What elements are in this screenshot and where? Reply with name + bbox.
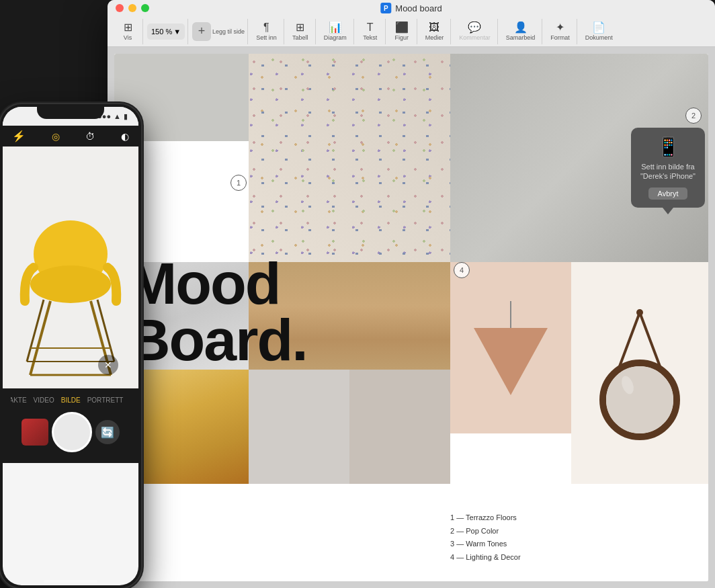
list-item-2-text: 2 — Pop Color <box>450 525 499 538</box>
toolbar-group-sett-inn: ¶ Sett inn <box>249 19 284 44</box>
circle-num-2: 2 <box>685 108 702 124</box>
camera-controls-top: ⚡ ◎ ⏱ ◐ <box>3 126 138 146</box>
page-canvas: Mood Board. <box>114 54 708 581</box>
flip-camera-button[interactable]: 🔄 <box>95 420 120 444</box>
camera-bottom: P SAKTE VIDEO BILDE PORTRETT KVAD 🔄 <box>3 388 138 463</box>
canvas-area: Mood Board. <box>108 47 715 588</box>
insert-iphone-popover: 📱 Sett inn bilde fra"Derek's iPhone" Avb… <box>631 128 705 208</box>
mode-sakte: SAKTE <box>11 396 27 404</box>
flash-icon[interactable]: ⚡ <box>12 130 26 142</box>
toolbar-group-zoom: 150 % ▼ <box>144 19 188 44</box>
window-title-text: Mood board <box>395 3 441 13</box>
kommentar-icon: 💬 <box>468 22 481 33</box>
diagram-label: Diagram <box>324 34 347 41</box>
samarbeid-button[interactable]: 👤 Samarbeid <box>502 19 540 44</box>
svg-point-4 <box>606 366 673 433</box>
samarbeid-label: Samarbeid <box>506 34 536 41</box>
samarbeid-icon: 👤 <box>514 22 528 33</box>
zoom-value: 150 % <box>151 28 172 36</box>
vis-button[interactable]: ⊞ Vis <box>116 19 140 44</box>
figur-button[interactable]: ⬛ Figur <box>390 19 414 44</box>
popover-cancel-button[interactable]: Avbryt <box>648 187 688 200</box>
live-photo-icon[interactable]: ◎ <box>52 131 60 142</box>
list-item-4-text: 4 — Lighting & Decor <box>450 551 521 564</box>
mood-list: 1 — Terrazzo Floors 2 — Pop Color 3 — Wa… <box>450 511 568 564</box>
popover-text: Sett inn bilde fra"Derek's iPhone" <box>638 162 698 181</box>
svg-point-2 <box>636 309 643 316</box>
camera-shutter-row: 🔄 <box>11 407 130 458</box>
svg-point-7 <box>30 265 111 303</box>
title-bar-top: P Mood board <box>108 0 715 17</box>
flip-camera-icon: 🔄 <box>101 426 114 439</box>
toolbar-group-figur: ⬛ Figur <box>387 19 417 44</box>
image-terrazzo <box>249 54 450 262</box>
image-fur2 <box>349 370 450 484</box>
image-lamp <box>450 262 571 433</box>
close-button[interactable] <box>116 4 124 12</box>
vis-label: Vis <box>124 34 132 41</box>
kommentar-label: Kommentar <box>459 34 491 41</box>
dokument-button[interactable]: 📄 Dokument <box>581 19 617 44</box>
toolbar-group-tekst: T Tekst <box>355 19 386 44</box>
add-page-label: Legg til side <box>212 28 245 35</box>
toolbar-group-vis: ⊞ Vis <box>113 19 143 44</box>
battery-icon: ▮ <box>124 112 128 121</box>
window-controls <box>116 4 149 12</box>
dokument-label: Dokument <box>585 34 613 41</box>
tabell-label: Tabell <box>292 34 308 41</box>
tekst-label: Tekst <box>363 34 377 41</box>
iphone-notch <box>37 104 104 119</box>
phone-icon: 📱 <box>638 136 698 158</box>
toolbar-group-diagram: 📊 Diagram <box>317 19 354 44</box>
timer-icon[interactable]: ⏱ <box>85 131 95 142</box>
kommentar-button[interactable]: 💬 Kommentar <box>455 19 495 44</box>
format-icon: ✦ <box>556 22 564 33</box>
mode-bilde[interactable]: BILDE <box>61 396 81 404</box>
pages-app-icon: P <box>380 3 391 13</box>
toolbar-group-medier: 🖼 Medier <box>419 19 452 44</box>
figur-icon: ⬛ <box>395 22 409 33</box>
format-label: Format <box>550 34 570 41</box>
list-item-1-text: 1 — Terrazzo Floors <box>450 511 517 525</box>
figur-label: Figur <box>394 34 409 41</box>
add-page-button[interactable]: + <box>192 22 211 41</box>
toolbar-group-tabell: ⊞ Tabell <box>286 19 316 44</box>
iphone-body: ●●● ▲ ▮ ⚡ ◎ ⏱ ◐ <box>0 104 141 588</box>
toolbar-group-kommentar: 💬 Kommentar <box>452 19 498 44</box>
image-mirror <box>571 262 708 484</box>
home-indicator <box>44 580 97 583</box>
diagram-button[interactable]: 📊 Diagram <box>320 19 351 44</box>
dokument-icon: 📄 <box>592 22 605 33</box>
medier-button[interactable]: 🖼 Medier <box>421 19 448 44</box>
tekst-icon: T <box>367 22 374 33</box>
tabell-button[interactable]: ⊞ Tabell <box>288 19 312 44</box>
list-item-3: 3 — Warm Tones <box>450 538 568 551</box>
minimize-button[interactable] <box>128 4 136 12</box>
svg-line-0 <box>620 312 640 366</box>
mood-title: Mood Board. <box>114 249 464 374</box>
format-button[interactable]: ✦ Format <box>546 19 574 44</box>
mood-board: Mood Board. <box>114 54 708 581</box>
shutter-button[interactable] <box>52 412 92 452</box>
mode-video: VIDEO <box>34 396 54 404</box>
toolbar-group-samarbeid: 👤 Samarbeid <box>499 19 543 44</box>
tekst-button[interactable]: T Tekst <box>358 19 382 44</box>
maximize-button[interactable] <box>141 4 149 12</box>
diagram-icon: 📊 <box>329 22 342 33</box>
list-item-1: 1 — Terrazzo Floors <box>450 511 568 525</box>
list-item-3-text: 3 — Warm Tones <box>450 538 507 551</box>
zoom-selector[interactable]: 150 % ▼ <box>147 24 185 40</box>
iphone-screen: ●●● ▲ ▮ ⚡ ◎ ⏱ ◐ <box>3 107 138 585</box>
medier-icon: 🖼 <box>429 22 439 33</box>
circle-num-4: 4 <box>454 262 470 278</box>
toolbar-group-add: + Legg til side <box>190 19 248 44</box>
list-item-2: 2 — Pop Color <box>450 525 568 538</box>
chair-scene <box>3 146 138 388</box>
sett-inn-button[interactable]: ¶ Sett inn <box>252 19 281 44</box>
mood-title-line2: Board. <box>128 312 450 368</box>
sett-inn-label: Sett inn <box>256 34 277 41</box>
filter-icon[interactable]: ◐ <box>121 131 129 142</box>
mood-title-line1: Mood <box>128 255 450 312</box>
title-bar: P Mood board ⊞ Vis 150 % ▼ + <box>108 0 715 47</box>
photo-thumbnail[interactable] <box>22 419 48 446</box>
